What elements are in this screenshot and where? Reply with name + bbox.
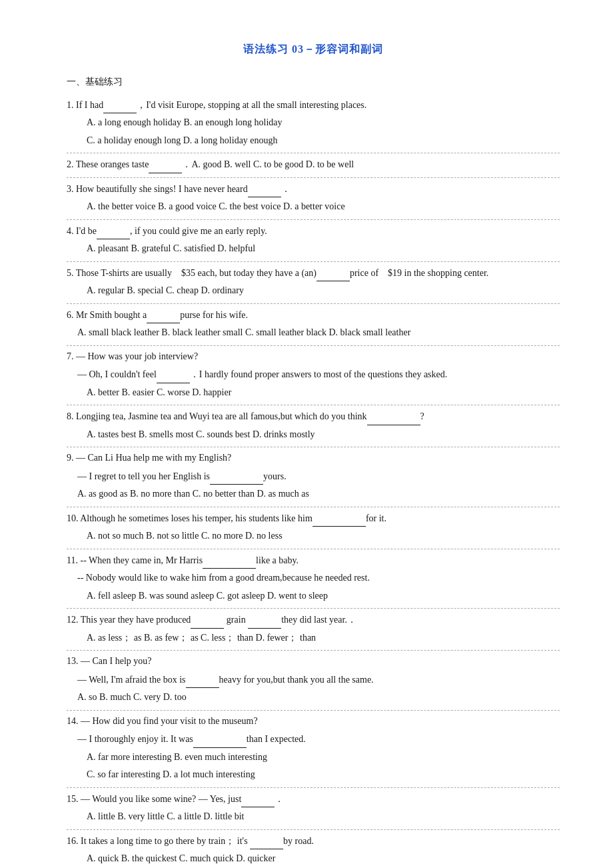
question-11: 11. -- When they came in, Mr Harris like…: [67, 552, 560, 605]
divider-1: [67, 153, 560, 153]
q7-text: 7. — How was your job interview?: [67, 349, 560, 365]
question-3: 3. How beautifully she sings! I have nev…: [67, 181, 560, 215]
q6-text: 6. Mr Smith bought a purse for his wife.: [67, 307, 560, 324]
q16-text: 16. It takes a long time to go there by …: [67, 833, 560, 850]
question-16: 16. It takes a long time to go there by …: [67, 833, 560, 867]
q14-text: 14. — How did you find your visit to the…: [67, 713, 560, 730]
q9-text: 9. — Can Li Hua help me with my English?: [67, 450, 560, 467]
divider-12: [67, 650, 560, 651]
q1-text: 1. If I had ，I'd visit Europe, stopping …: [67, 97, 560, 114]
question-10: 10. Although he sometimes loses his temp…: [67, 510, 560, 545]
q14-options-a: A. far more interesting B. even much int…: [67, 749, 560, 766]
q8-text: 8. Longjing tea, Jasmine tea and Wuyi te…: [67, 408, 560, 425]
q4-options-a: A. pleasant B. grateful C. satisfied D. …: [67, 241, 560, 257]
question-2: 2. These oranges taste ．A. good B. well …: [67, 156, 560, 173]
question-6: 6. Mr Smith bought a purse for his wife.…: [67, 307, 560, 341]
divider-15: [67, 829, 560, 830]
q7-subtext: — Oh, I couldn't feel ．I hardly found pr…: [67, 366, 560, 383]
question-15: 15. — Would you like some wine? — Yes, j…: [67, 791, 560, 825]
divider-4: [67, 261, 560, 262]
q6-options-a: A. small black leather B. black leather …: [67, 325, 560, 341]
question-5: 5. Those T-shirts are usually $35 each, …: [67, 265, 560, 299]
q13-text: 13. — Can I help you?: [67, 653, 560, 670]
divider-8: [67, 447, 560, 447]
q2-text: 2. These oranges taste ．A. good B. well …: [67, 156, 560, 173]
divider-2: [67, 177, 560, 178]
section-header: 一、基础练习: [67, 74, 560, 90]
q15-text: 15. — Would you like some wine? — Yes, j…: [67, 791, 560, 808]
q11-text: 11. -- When they came in, Mr Harris like…: [67, 552, 560, 569]
question-1: 1. If I had ，I'd visit Europe, stopping …: [67, 97, 560, 149]
q3-options-a: A. the better voice B. a good voice C. t…: [67, 199, 560, 215]
q11-subtext: -- Nobody would like to wake him from a …: [67, 570, 560, 587]
q13-subtext: — Well, I'm afraid the box is heavy for …: [67, 671, 560, 689]
divider-3: [67, 219, 560, 220]
q12-text: 12. This year they have produced grain t…: [67, 611, 560, 629]
divider-10: [67, 549, 560, 549]
q3-text: 3. How beautifully she sings! I have nev…: [67, 181, 560, 198]
question-7: 7. — How was your job interview? — Oh, I…: [67, 349, 560, 401]
question-14: 14. — How did you find your visit to the…: [67, 713, 560, 783]
question-12: 12. This year they have produced grain t…: [67, 611, 560, 646]
divider-6: [67, 345, 560, 346]
q9-options-a: A. as good as B. no more than C. no bett…: [67, 486, 560, 503]
q16-options-a: A. quick B. the quickest C. much quick D…: [67, 851, 560, 867]
divider-13: [67, 710, 560, 711]
q10-text: 10. Although he sometimes loses his temp…: [67, 510, 560, 527]
question-8: 8. Longjing tea, Jasmine tea and Wuyi te…: [67, 408, 560, 443]
divider-14: [67, 787, 560, 788]
divider-7: [67, 405, 560, 405]
divider-11: [67, 608, 560, 609]
q5-text: 5. Those T-shirts are usually $35 each, …: [67, 265, 560, 282]
q12-options-a: A. as less； as B. as few； as C. less； th…: [67, 630, 560, 647]
q7-options-a: A. better B. easier C. worse D. happier: [67, 385, 560, 401]
q14-options-b: C. so far interesting D. a lot much inte…: [67, 767, 560, 783]
q11-options-a: A. fell asleep B. was sound asleep C. go…: [67, 588, 560, 605]
q1-options-a: A. a long enough holiday B. an enough lo…: [67, 115, 560, 131]
q9-subtext: — I regret to tell you her English is yo…: [67, 468, 560, 485]
divider-9: [67, 507, 560, 507]
q4-text: 4. I'd be , if you could give me an earl…: [67, 223, 560, 240]
q8-options-a: A. tastes best B. smells most C. sounds …: [67, 427, 560, 443]
q15-options-a: A. little B. very little C. a little D. …: [67, 809, 560, 825]
q5-options-a: A. regular B. special C. cheap D. ordina…: [67, 283, 560, 299]
question-13: 13. — Can I help you? — Well, I'm afraid…: [67, 653, 560, 706]
question-4: 4. I'd be , if you could give me an earl…: [67, 223, 560, 257]
q10-options-a: A. not so much B. not so little C. no mo…: [67, 528, 560, 545]
page-title: 语法练习 03－形容词和副词: [67, 40, 560, 58]
divider-5: [67, 303, 560, 304]
q14-subtext: — I thoroughly enjoy it. It was than I e…: [67, 731, 560, 748]
q1-options-b: C. a holiday enough long D. a long holid…: [67, 133, 560, 149]
q13-options-a: A. so B. much C. very D. too: [67, 689, 560, 706]
question-9: 9. — Can Li Hua help me with my English?…: [67, 450, 560, 503]
